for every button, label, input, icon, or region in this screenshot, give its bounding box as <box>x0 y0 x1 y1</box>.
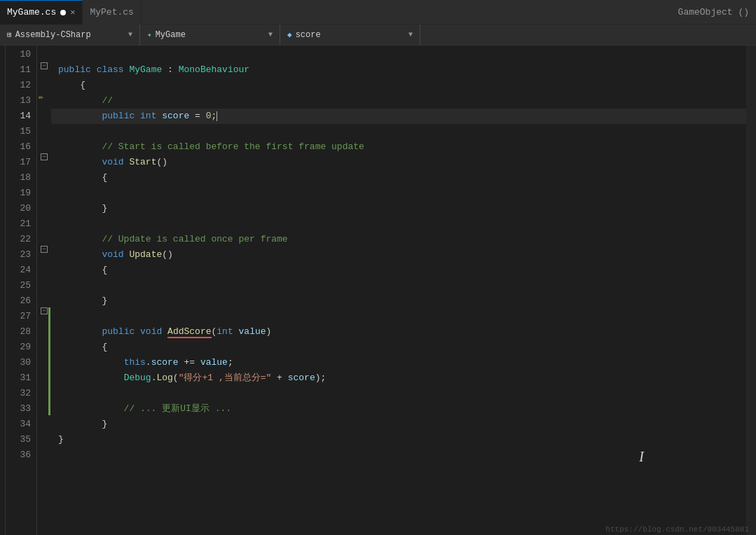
text-cursor <box>217 111 217 121</box>
indicator-bar: − ✏ − − − <box>37 46 51 535</box>
assembly-dropdown[interactable]: ⊞ Assembly-CSharp ▼ <box>0 25 140 46</box>
code-line-35: } <box>51 432 746 447</box>
code-line-24: { <box>51 263 746 278</box>
edit-pencil-icon: ✏ <box>39 92 43 102</box>
code-line-33: // ... 更新UI显示 ... <box>51 401 746 417</box>
code-line-27 <box>51 309 746 324</box>
code-line-13: // <box>51 93 746 109</box>
title-bar: MyGame.cs ✕ MyPet.cs GameObject () <box>0 0 756 25</box>
class-dropdown[interactable]: ✦ MyGame ▼ <box>140 25 280 46</box>
fold-class-icon[interactable]: − <box>41 62 48 69</box>
code-line-28: public void AddScore ( int value ) <box>51 324 746 340</box>
line-numbers: 10 11 12 13 14 15 16 17 18 19 20 21 22 2… <box>6 46 37 535</box>
class-arrow: ▼ <box>268 31 273 39</box>
code-line-20: } <box>51 201 746 216</box>
fold-addscore-icon[interactable]: − <box>41 307 48 314</box>
watermark: https://blog.csdn.net/903445881 <box>605 525 749 534</box>
green-bar-1 <box>48 307 50 415</box>
code-line-19 <box>51 186 746 201</box>
tab-mygame-dot <box>60 10 66 15</box>
class-icon: ✦ <box>147 30 152 39</box>
tab-mygame-label: MyGame.cs <box>7 7 56 18</box>
i-beam-cursor: I <box>639 449 644 465</box>
assembly-label: Assembly-CSharp <box>15 30 91 40</box>
code-line-23: void Update () <box>51 247 746 263</box>
editor-area: 10 11 12 13 14 15 16 17 18 19 20 21 22 2… <box>0 46 756 535</box>
code-line-14: public int score = 0 ; <box>51 109 746 124</box>
window-title: GameObject () <box>678 7 749 18</box>
fold-start-icon[interactable]: − <box>41 153 48 160</box>
code-line-25 <box>51 278 746 293</box>
code-line-30: this . score += value ; <box>51 355 746 370</box>
tab-mygame[interactable]: MyGame.cs ✕ <box>0 0 83 25</box>
code-line-15 <box>51 124 746 139</box>
code-line-18: { <box>51 170 746 186</box>
tab-mygame-close[interactable]: ✕ <box>70 7 75 18</box>
code-line-21 <box>51 216 746 232</box>
member-arrow: ▼ <box>408 31 413 39</box>
code-line-32 <box>51 386 746 401</box>
member-icon: ◆ <box>287 30 292 39</box>
code-line-29: { <box>51 340 746 355</box>
ide-window: MyGame.cs ✕ MyPet.cs GameObject () ⊞ Ass… <box>0 0 756 535</box>
tab-mypet-label: MyPet.cs <box>90 7 133 18</box>
tab-mypet[interactable]: MyPet.cs <box>83 0 141 25</box>
code-line-34: } <box>51 417 746 432</box>
assembly-arrow: ▼ <box>128 31 132 39</box>
fold-update-icon[interactable]: − <box>41 246 48 253</box>
code-line-26: } <box>51 293 746 309</box>
assembly-icon: ⊞ <box>7 30 12 39</box>
code-line-31: Debug . Log ( "得分+1 ,当前总分=" + score ); <box>51 370 746 386</box>
code-line-11: public class MyGame : MonoBehaviour <box>51 62 746 78</box>
code-line-22: // Update is called once per frame <box>51 232 746 247</box>
left-gutter <box>0 46 6 535</box>
code-line-16: // Start is called before the first fram… <box>51 139 746 155</box>
code-line-17: void Start () <box>51 155 746 170</box>
dropdown-bar: ⊞ Assembly-CSharp ▼ ✦ MyGame ▼ ◆ score ▼ <box>0 25 756 46</box>
member-label: score <box>296 30 321 40</box>
scrollbar[interactable] <box>746 46 756 535</box>
code-line-10 <box>51 47 746 62</box>
class-label: MyGame <box>156 30 186 40</box>
member-dropdown[interactable]: ◆ score ▼ <box>280 25 420 46</box>
code-line-12: { <box>51 78 746 93</box>
